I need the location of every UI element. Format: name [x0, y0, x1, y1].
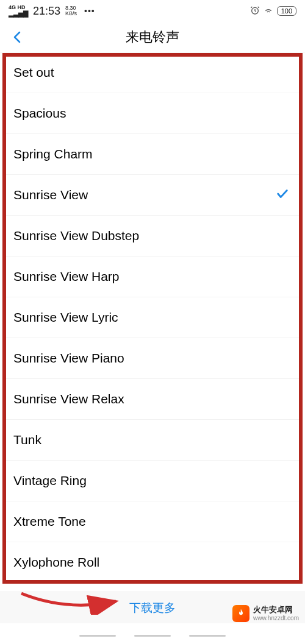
nav-header: 来电铃声 — [0, 22, 305, 52]
ringtone-item[interactable]: Sunrise View Relax — [2, 379, 303, 420]
ringtone-label: Set out — [13, 65, 54, 80]
ringtone-label: Sunrise View Relax — [13, 392, 124, 406]
watermark: 火牛安卓网 www.hnzzdt.com — [232, 605, 299, 622]
ringtone-item[interactable]: Sunrise View Dubstep — [2, 216, 303, 257]
download-more-button[interactable]: 下载更多 — [129, 600, 176, 616]
signal-icon: 4G HD ▂▃▅▇ — [9, 5, 28, 17]
ringtone-label: Vintage Ring — [13, 473, 87, 488]
ringtone-item[interactable]: Set out — [2, 52, 303, 93]
back-button[interactable] — [10, 30, 24, 44]
ringtone-label: Sunrise View Harp — [13, 269, 120, 284]
ringtone-item[interactable]: Vintage Ring — [2, 461, 303, 501]
status-left: 4G HD ▂▃▅▇ 21:53 8.30 KB/s ••• — [9, 5, 95, 18]
ringtone-item[interactable]: Spring Charm — [2, 134, 303, 175]
ringtone-item[interactable]: Sunrise View Harp — [2, 257, 303, 297]
net-speed: 8.30 KB/s — [65, 5, 77, 16]
ringtone-item[interactable]: Sunrise View Lyric — [2, 297, 303, 338]
status-right: 100 — [250, 5, 296, 17]
ringtone-label: Xylophone Roll — [13, 555, 99, 570]
page-title: 来电铃声 — [0, 28, 305, 46]
watermark-title: 火牛安卓网 — [253, 606, 299, 614]
ringtone-item[interactable]: Xylophone Roll — [2, 542, 303, 583]
ringtone-item[interactable]: Tunk — [2, 420, 303, 461]
ringtone-label: Sunrise View Lyric — [13, 310, 118, 325]
wifi-icon — [264, 5, 273, 17]
ringtone-item[interactable]: Spacious — [2, 93, 303, 134]
ringtone-label: Sunrise View Dubstep — [13, 228, 139, 243]
clock: 21:53 — [33, 5, 60, 18]
ringtone-list: Set outSpaciousSpring CharmSunrise ViewS… — [0, 52, 305, 583]
checkmark-icon — [276, 187, 289, 203]
ringtone-label: Spacious — [13, 106, 66, 121]
ringtone-item[interactable]: Sunrise View Piano — [2, 338, 303, 379]
ringtone-item[interactable]: Sunrise View — [2, 175, 303, 216]
annotation-arrow — [18, 584, 122, 617]
gesture-nav-indicator — [0, 635, 305, 637]
ringtone-label: Spring Charm — [13, 147, 93, 161]
alarm-icon — [250, 5, 260, 17]
battery-icon: 100 — [277, 6, 296, 16]
watermark-url: www.hnzzdt.com — [253, 615, 299, 621]
ringtone-item[interactable]: Xtreme Tone — [2, 501, 303, 542]
ringtone-label: Sunrise View Piano — [13, 351, 124, 366]
ringtone-label: Xtreme Tone — [13, 514, 86, 529]
ringtone-label: Sunrise View — [13, 188, 88, 202]
status-bar: 4G HD ▂▃▅▇ 21:53 8.30 KB/s ••• 100 — [0, 0, 305, 22]
ringtone-label: Tunk — [13, 433, 41, 447]
watermark-logo-icon — [232, 605, 249, 622]
more-icon: ••• — [84, 6, 95, 16]
